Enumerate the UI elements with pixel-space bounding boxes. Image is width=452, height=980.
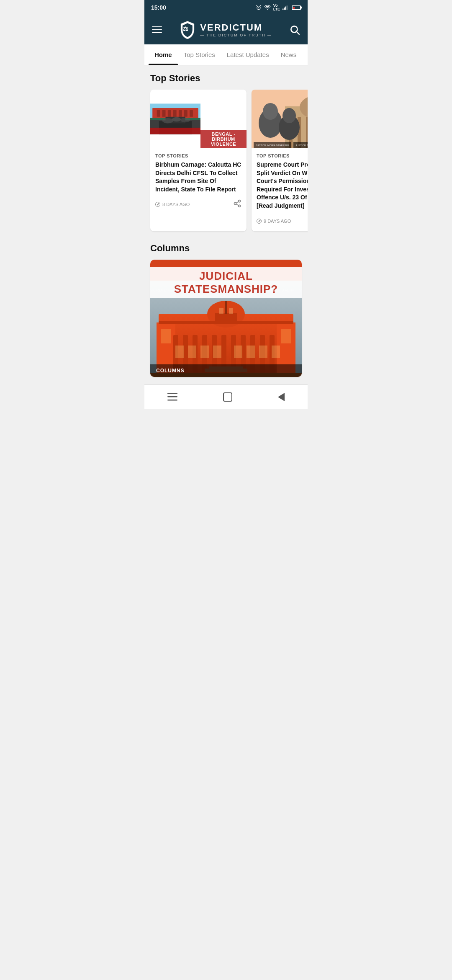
svg-rect-80: [175, 346, 184, 358]
top-stories-title: Top Stories: [150, 73, 302, 84]
svg-rect-94: [167, 400, 177, 401]
svg-rect-86: [259, 346, 267, 358]
svg-rect-15: [184, 110, 187, 117]
svg-rect-4: [287, 5, 288, 10]
svg-rect-2: [284, 8, 285, 10]
app-title: VERDICTUM: [200, 22, 272, 33]
columns-section: Columns JUDICIAL STATESMANSHIP? VERDICTU…: [150, 243, 302, 377]
column-card-image: JUDICIAL STATESMANSHIP? VERDICTUM.INVERD…: [150, 260, 302, 377]
svg-point-22: [172, 117, 181, 121]
svg-line-29: [236, 202, 239, 203]
svg-rect-1: [282, 8, 283, 10]
stories-row: BENGAL - BIRBHUM VIOLENCE TOP STORIES Bi…: [144, 90, 308, 234]
tab-latest-updates[interactable]: Latest Updates: [221, 44, 275, 65]
svg-text:⚖: ⚖: [183, 26, 188, 32]
svg-text:JUSTICE J.K. MAHESHWARI: JUSTICE J.K. MAHESHWARI: [295, 144, 308, 147]
bottom-nav-home[interactable]: [215, 390, 241, 404]
nav-tabs: Home Top Stories Latest Updates News: [144, 44, 308, 65]
svg-line-28: [236, 204, 239, 206]
search-button[interactable]: [289, 24, 300, 35]
columns-title: Columns: [150, 243, 302, 254]
battery-icon: [292, 5, 301, 10]
svg-point-40: [263, 103, 278, 120]
svg-rect-11: [162, 110, 166, 117]
svg-rect-64: [229, 308, 233, 314]
story-card-2[interactable]: JUSTICE INDIRA BANERJEE JUSTICE J.K. MAH…: [252, 90, 308, 231]
column-card[interactable]: JUDICIAL STATESMANSHIP? VERDICTUM.INVERD…: [150, 260, 302, 377]
svg-rect-67: [161, 329, 171, 343]
volte-icon: VoLTE: [273, 4, 280, 11]
clock-icon-1: [155, 202, 160, 207]
svg-rect-13: [173, 110, 177, 117]
tab-top-stories[interactable]: Top Stories: [178, 44, 221, 65]
story-1-category: TOP STORIES: [155, 153, 241, 158]
story-1-time-label: 8 DAYS AGO: [162, 202, 190, 207]
story-1-img-svg: [150, 90, 200, 148]
svg-point-23: [180, 118, 190, 122]
alarm-icon: [256, 5, 262, 10]
story-2-headline: Supreme Court Pronounces Split Verdict O…: [257, 161, 308, 210]
story-1-share-button[interactable]: [233, 199, 241, 209]
search-icon: [289, 24, 300, 35]
share-icon-1: [233, 199, 241, 208]
wifi-icon: [264, 5, 271, 10]
story-1-img-label: BENGAL - BIRBHUM VIOLENCE: [200, 130, 247, 148]
app-header: ⚖ VERDICTUM THE DICTUM OF TRUTH: [144, 15, 308, 44]
back-icon: [278, 393, 285, 401]
story-card-2-image: JUSTICE INDIRA BANERJEE JUSTICE J.K. MAH…: [252, 90, 308, 148]
story-1-headline: Birbhum Carnage: Calcutta HC Directs Del…: [155, 161, 241, 193]
story-2-time: 9 DAYS AGO: [257, 219, 291, 224]
svg-rect-81: [188, 346, 196, 358]
svg-rect-83: [213, 346, 221, 358]
bottom-nav-menu[interactable]: [159, 390, 186, 404]
bottom-nav-back[interactable]: [270, 390, 293, 404]
svg-rect-63: [219, 308, 223, 314]
story-2-category: TOP STORIES: [257, 153, 308, 158]
tab-home[interactable]: Home: [149, 44, 178, 65]
home-square-icon: [223, 392, 232, 402]
story-card-2-body: TOP STORIES Supreme Court Pronounces Spl…: [252, 148, 308, 231]
svg-rect-61: [215, 313, 237, 322]
svg-rect-85: [247, 346, 255, 358]
story-2-img-svg: JUSTICE INDIRA BANERJEE JUSTICE J.K. MAH…: [252, 90, 308, 148]
story-card-1-image: BENGAL - BIRBHUM VIOLENCE: [150, 90, 247, 148]
svg-rect-93: [167, 396, 177, 397]
svg-rect-82: [200, 346, 209, 358]
story-card-1[interactable]: BENGAL - BIRBHUM VIOLENCE TOP STORIES Bi…: [150, 90, 247, 231]
svg-line-7: [297, 32, 299, 34]
status-icons: VoLTE: [256, 4, 301, 11]
svg-rect-92: [167, 393, 177, 394]
svg-rect-10: [157, 110, 160, 117]
svg-rect-12: [168, 110, 171, 117]
column-card-footer: COLUMNS: [150, 364, 302, 377]
signal-icon: [282, 5, 289, 10]
story-1-time: 8 DAYS AGO: [155, 202, 190, 207]
svg-rect-62: [225, 301, 227, 314]
app-tagline: THE DICTUM OF TRUTH: [200, 33, 272, 37]
svg-point-21: [162, 118, 173, 124]
svg-text:JUSTICE INDIRA BANERJEE: JUSTICE INDIRA BANERJEE: [256, 144, 289, 147]
story-card-1-body: TOP STORIES Birbhum Carnage: Calcutta HC…: [150, 148, 247, 214]
tab-news[interactable]: News: [275, 44, 303, 65]
svg-rect-14: [179, 110, 182, 117]
logo-area: ⚖ VERDICTUM THE DICTUM OF TRUTH: [179, 21, 272, 39]
svg-rect-87: [272, 346, 280, 358]
svg-rect-91: [159, 321, 293, 324]
bottom-hamburger-icon: [167, 393, 177, 401]
svg-rect-3: [285, 7, 286, 10]
svg-point-42: [282, 108, 296, 123]
status-time: 15:00: [151, 4, 166, 11]
clock-icon-2: [257, 219, 262, 224]
story-2-footer: 9 DAYS AGO: [257, 216, 308, 226]
bottom-nav: [144, 384, 308, 409]
logo-shield-icon: ⚖: [179, 21, 196, 39]
story-1-footer: 8 DAYS AGO: [155, 199, 241, 209]
status-bar: 15:00 VoLTE: [144, 0, 308, 15]
column-card-headline: JUDICIAL STATESMANSHIP?: [150, 267, 302, 298]
svg-rect-68: [281, 329, 291, 343]
svg-rect-84: [234, 346, 242, 358]
menu-button[interactable]: [152, 26, 162, 33]
logo-text: VERDICTUM THE DICTUM OF TRUTH: [200, 22, 272, 37]
svg-rect-16: [190, 110, 193, 117]
svg-rect-24: [150, 128, 200, 134]
